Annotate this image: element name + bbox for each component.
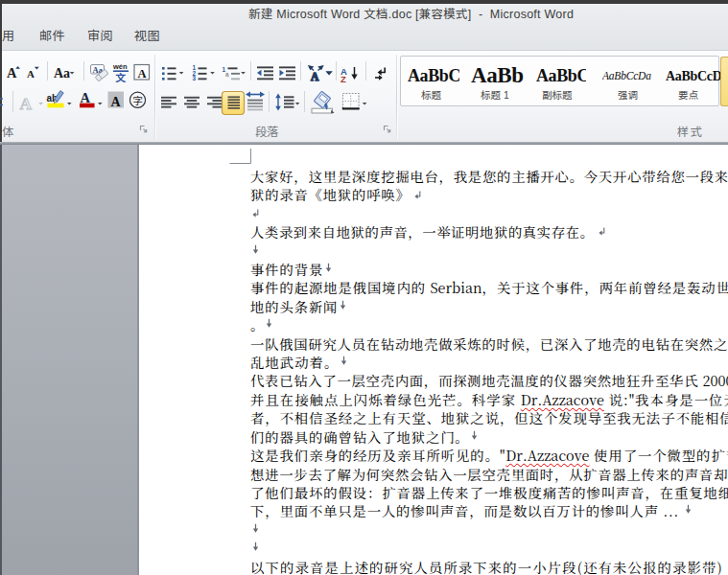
- svg-text:A: A: [111, 95, 122, 109]
- svg-text:文: 文: [115, 70, 127, 84]
- svg-text:字: 字: [132, 93, 143, 107]
- svg-text:A: A: [311, 71, 319, 82]
- svg-text:a: a: [225, 71, 229, 78]
- svg-text:A: A: [7, 65, 17, 80]
- svg-text:A: A: [20, 94, 33, 113]
- svg-text:Z: Z: [341, 74, 346, 84]
- svg-text:A: A: [27, 68, 35, 80]
- svg-text:A: A: [81, 90, 91, 105]
- svg-text:A: A: [138, 67, 147, 80]
- svg-text:3: 3: [193, 75, 197, 81]
- svg-text:Aa: Aa: [54, 66, 70, 80]
